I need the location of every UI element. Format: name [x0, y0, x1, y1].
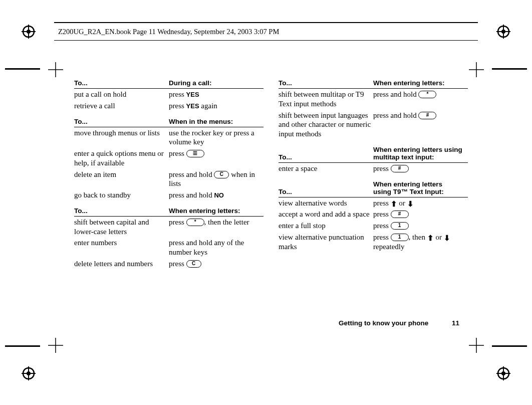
text: using T9™ Text Input: — [373, 188, 444, 195]
registration-mark-icon — [496, 366, 511, 381]
hash-key-icon: # — [391, 165, 409, 172]
header-text: Z200UG_R2A_EN.book Page 11 Wednesday, Se… — [58, 28, 279, 36]
cell-instruction: press C — [169, 258, 263, 270]
cell-instruction: press # — [373, 162, 468, 174]
cell-instruction: press and hold # — [373, 110, 468, 140]
cell-instruction: press # — [373, 209, 468, 220]
col-header: When in the menus: — [169, 117, 263, 127]
right-column: To... When entering letters: shift betwe… — [279, 78, 468, 335]
cell-action: go back to standby — [74, 189, 169, 201]
table-row: shift between input languages and other … — [279, 110, 468, 140]
col-header: During a call: — [169, 78, 263, 89]
cell-action: enter a quick options menu or help, if a… — [74, 148, 169, 169]
page-number: 11 — [445, 319, 459, 327]
trim-mark-icon — [5, 68, 40, 70]
trim-mark-icon — [492, 68, 527, 70]
col-header: To... — [279, 179, 373, 197]
table-row: enter a quick options menu or help, if a… — [74, 148, 263, 169]
hash-key-icon: # — [391, 211, 409, 218]
text: press — [373, 210, 391, 218]
text: press — [373, 199, 391, 207]
crop-mark-icon — [469, 62, 484, 77]
during-call-table: To... During a call: put a call on hold … — [74, 78, 263, 112]
col-header: To... — [279, 145, 373, 163]
cell-action: shift between multitap or T9 Text input … — [279, 89, 373, 110]
trim-mark-icon — [492, 345, 527, 347]
text: press — [169, 260, 186, 268]
svg-point-11 — [27, 371, 31, 375]
down-arrow-icon: ⬇ — [407, 200, 414, 208]
one-key-icon: 1 — [391, 234, 409, 241]
text: press — [373, 164, 391, 172]
table-row: view alternative words press ⬆ or ⬇ — [279, 197, 468, 209]
svg-point-7 — [501, 30, 505, 34]
text: press — [169, 90, 186, 98]
crop-mark-icon — [48, 62, 63, 77]
text: , then the letter — [204, 218, 249, 226]
table-row: put a call on hold press YES — [74, 89, 263, 100]
text: press and hold — [373, 111, 418, 119]
svg-point-3 — [27, 30, 31, 34]
multitap-table: To... When entering letters using multit… — [279, 145, 468, 174]
text: press and hold — [373, 90, 418, 98]
cell-instruction: press and hold NO — [169, 189, 263, 201]
t9-table: To... When entering letters using T9™ Te… — [279, 179, 468, 253]
options-key-icon: ☰ — [186, 150, 204, 157]
c-key-icon: C — [214, 171, 229, 178]
table-row: shift between capital and lower-case let… — [74, 216, 263, 237]
text: or — [397, 199, 407, 207]
star-key-icon: * — [186, 219, 204, 226]
cell-action: accept a word and add a space — [279, 209, 373, 220]
cell-action: shift between capital and lower-case let… — [74, 216, 169, 237]
cell-action: enter a full stop — [279, 220, 373, 232]
cell-action: view alternative words — [279, 197, 373, 209]
text: press — [169, 102, 186, 110]
cell-instruction: use the rocker key or press a volume key — [169, 127, 263, 148]
text: press — [169, 218, 186, 226]
cell-action: put a call on hold — [74, 89, 169, 100]
content-area: To... During a call: put a call on hold … — [74, 78, 468, 335]
c-key-icon: C — [186, 260, 201, 268]
left-column: To... During a call: put a call on hold … — [74, 78, 263, 335]
up-arrow-icon: ⬆ — [391, 200, 397, 208]
cell-instruction: press and hold * — [373, 89, 468, 110]
col-header: To... — [279, 78, 373, 89]
entering-letters-table: To... When entering letters: shift betwe… — [74, 206, 263, 270]
cell-instruction: press 1 — [373, 220, 468, 232]
star-key-icon: * — [418, 91, 436, 98]
table-row: enter numbers press and hold any of the … — [74, 237, 263, 258]
page-footer: Getting to know your phone 11 — [339, 319, 459, 327]
registration-mark-icon — [496, 24, 511, 39]
one-key-icon: 1 — [391, 222, 409, 230]
table-row: accept a word and add a space press # — [279, 209, 468, 220]
trim-mark-icon — [5, 345, 40, 347]
cell-action: delete an item — [74, 169, 169, 190]
cell-action: enter a space — [279, 162, 373, 174]
key-label: YES — [186, 91, 199, 98]
cell-action: retrieve a call — [74, 100, 169, 112]
cell-instruction: press ⬆ or ⬇ — [373, 197, 468, 209]
text: press — [373, 222, 391, 230]
header-bar: Z200UG_R2A_EN.book Page 11 Wednesday, Se… — [54, 22, 478, 41]
text: press — [169, 149, 186, 157]
section-title: Getting to know your phone — [339, 319, 428, 327]
text: or — [434, 233, 444, 241]
col-header: When entering letters: — [169, 206, 263, 217]
table-row: enter a space press # — [279, 162, 468, 174]
up-arrow-icon: ⬆ — [427, 234, 434, 242]
text: press — [373, 233, 391, 241]
cell-instruction: press 1, then ⬆ or ⬇ repeatedly — [373, 232, 468, 253]
table-row: delete letters and numbers press C — [74, 258, 263, 270]
page: Z200UG_R2A_EN.book Page 11 Wednesday, Se… — [0, 0, 532, 405]
col-header: To... — [74, 78, 169, 89]
key-label: NO — [214, 191, 224, 199]
cell-instruction: press ☰ — [169, 148, 263, 169]
table-row: delete an item press and hold C when in … — [74, 169, 263, 190]
cell-action: delete letters and numbers — [74, 258, 169, 270]
crop-mark-icon — [469, 338, 484, 353]
text: press and hold — [169, 191, 214, 199]
registration-mark-icon — [21, 366, 36, 381]
text: again — [199, 102, 217, 110]
cell-instruction: press and hold C when in lists — [169, 169, 263, 190]
cell-instruction: press and hold any of the number keys — [169, 237, 263, 258]
